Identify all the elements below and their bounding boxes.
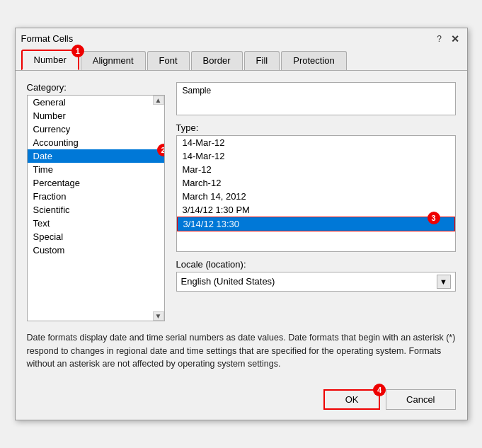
category-item-text[interactable]: Text [28,217,164,230]
category-item-currency[interactable]: Currency [28,122,164,136]
type-item-5[interactable]: March 14, 2012 [177,190,455,203]
type-item-1[interactable]: 14-Mar-12 [177,136,455,149]
tab-border[interactable]: Border [191,51,243,70]
sample-box: Sample [176,82,456,115]
category-item-custom[interactable]: Custom [28,243,164,257]
locale-dropdown-button[interactable]: ▼ [437,275,451,289]
tab-font[interactable]: Font [147,51,190,70]
locale-label: Locale (location): [176,259,456,270]
title-bar: Format Cells ? ✕ [16,28,467,48]
scroll-down-arrow[interactable]: ▼ [153,311,164,321]
category-item-date[interactable]: Date 2 [28,149,164,163]
category-item-general[interactable]: General [28,96,164,109]
format-cells-dialog: Format Cells ? ✕ Number 1 Alignment Font… [15,28,468,420]
badge-4: 4 [373,384,386,396]
category-item-fraction[interactable]: Fraction [28,190,164,203]
type-list[interactable]: 14-Mar-12 14-Mar-12 Mar-12 March-12 Marc… [176,135,456,252]
locale-select[interactable]: English (United States) ▼ [176,272,456,292]
badge-3: 3 [428,212,440,224]
type-list-container: 14-Mar-12 14-Mar-12 Mar-12 March-12 Marc… [176,135,456,252]
tab-number[interactable]: Number 1 [21,50,79,70]
ok-button[interactable]: OK 4 [323,389,380,410]
category-item-scientific[interactable]: Scientific [28,203,164,217]
tab-protection[interactable]: Protection [281,51,347,70]
type-item-3[interactable]: Mar-12 [177,163,455,176]
main-layout: Category: ▲ General Number Currency Acco… [27,82,456,321]
category-list[interactable]: ▲ General Number Currency Accounting Dat… [27,95,165,321]
dialog-title: Format Cells [21,33,74,44]
tabs-row: Number 1 Alignment Font Border Fill Prot… [16,50,467,71]
locale-value: English (United States) [181,276,437,287]
type-item-2[interactable]: 14-Mar-12 [177,149,455,163]
scroll-up-arrow[interactable]: ▲ [153,96,164,105]
close-button[interactable]: ✕ [449,33,461,45]
left-panel: Category: ▲ General Number Currency Acco… [27,82,165,321]
title-bar-left: Format Cells [21,33,74,44]
footer: OK 4 Cancel [16,382,467,420]
category-item-accounting[interactable]: Accounting [28,136,164,149]
type-label: Type: [176,122,456,133]
dialog-content: Category: ▲ General Number Currency Acco… [16,71,467,379]
category-item-percentage[interactable]: Percentage [28,176,164,190]
help-button[interactable]: ? [433,33,446,45]
type-item-6[interactable]: 3/14/12 1:30 PM [177,203,455,217]
type-item-7[interactable]: 3/14/12 13:30 3 [177,217,455,231]
sample-value [183,98,449,112]
sample-label: Sample [183,86,449,96]
category-item-special[interactable]: Special [28,230,164,243]
type-item-4[interactable]: March-12 [177,176,455,190]
category-item-number[interactable]: Number [28,109,164,122]
title-bar-right: ? ✕ [433,33,461,45]
category-label: Category: [27,82,165,93]
tab-alignment[interactable]: Alignment [81,51,146,70]
badge-1: 1 [71,45,84,57]
tab-fill[interactable]: Fill [244,51,280,70]
badge-2: 2 [157,144,165,156]
description-text: Date formats display date and time seria… [27,331,456,371]
category-item-time[interactable]: Time [28,163,164,176]
right-panel: Sample Type: 14-Mar-12 14-Mar-12 Mar-12 … [176,82,456,321]
cancel-button[interactable]: Cancel [386,389,455,410]
